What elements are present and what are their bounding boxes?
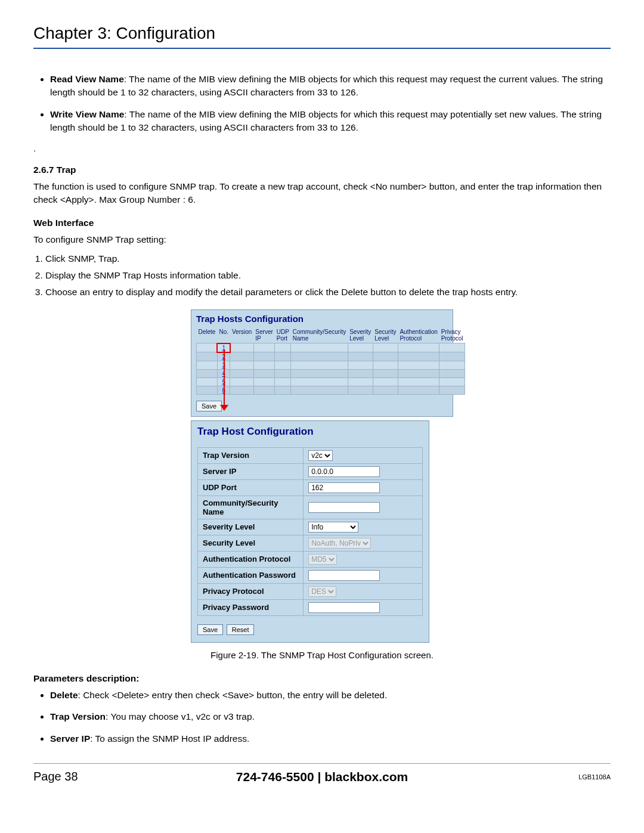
param-trap-version-text: : You may choose v1, v2c or v3 trap. [106, 711, 255, 721]
bullet-write-view: Write View Name: The name of the MIB vie… [50, 108, 611, 135]
label-udp-port: UDP Port [198, 479, 304, 496]
table-row: 1 [197, 343, 465, 352]
label-read-view: Read View Name [50, 74, 124, 84]
select-security: NoAuth, NoPriv [308, 538, 371, 549]
title-rule [33, 48, 611, 49]
th-auth: Authentication Protocol [398, 327, 439, 343]
param-delete-text: : Check <Delete> entry then check <Save>… [78, 690, 388, 700]
step-2: Display the SNMP Trap Hosts information … [45, 270, 611, 281]
trap-host-panel: Trap Host Configuration Trap Version v2c… [191, 420, 429, 643]
param-trap-version-label: Trap Version [50, 711, 106, 721]
th-community: Community/Security Name [291, 327, 348, 343]
reset-button[interactable]: Reset [227, 624, 255, 635]
th-privacy: Privacy Protocol [439, 327, 465, 343]
bullet-read-view: Read View Name: The name of the MIB view… [50, 73, 611, 100]
input-auth-pass[interactable] [308, 570, 380, 581]
label-community: Community/Security Name [198, 496, 304, 519]
section-trap-head: 2.6.7 Trap [33, 165, 611, 175]
table-row: 2 [197, 352, 465, 361]
param-server-ip-text: : To assign the SNMP Host IP address. [90, 733, 249, 744]
label-severity: Severity Level [198, 519, 304, 535]
stray-dot: . [33, 143, 611, 154]
save-button[interactable]: Save [197, 624, 223, 635]
th-security: Security Level [373, 327, 398, 343]
table-row: 3 [197, 361, 465, 369]
section-web-head: Web Interface [33, 218, 611, 228]
label-auth-pass: Authentication Password [198, 567, 304, 583]
save-button-top[interactable]: Save [196, 401, 222, 411]
page-footer: Page 38 724-746-5500 | blackbox.com LGB1… [33, 763, 611, 784]
table-row: 5 [197, 377, 465, 386]
label-trap-version: Trap Version [198, 447, 304, 463]
section-trap-desc: The function is used to configure SNMP t… [33, 180, 611, 207]
input-server-ip[interactable] [308, 466, 380, 477]
label-priv-pass: Privacy Password [198, 599, 304, 615]
footer-contact: 724-746-5500 | blackbox.com [33, 770, 611, 784]
input-community[interactable] [308, 502, 380, 513]
text-write-view: : The name of the MIB view defining the … [50, 109, 602, 132]
trap-host-form: Trap Version v2c Server IP UDP Port Comm… [197, 447, 423, 616]
label-security: Security Level [198, 535, 304, 551]
step-1: Click SNMP, Trap. [45, 253, 611, 264]
label-write-view: Write View Name [50, 109, 124, 119]
th-delete: Delete [197, 327, 218, 343]
trap-hosts-panel: Trap Hosts Configuration Delete No. Vers… [191, 309, 453, 417]
table-row: 4 [197, 369, 465, 377]
select-auth-proto: MD5 [308, 554, 337, 565]
step-3: Choose an entry to display and modify th… [45, 287, 611, 298]
select-severity[interactable]: Info [308, 522, 358, 532]
param-delete-label: Delete [50, 690, 78, 700]
trap-hosts-title: Trap Hosts Configuration [191, 310, 453, 327]
param-trap-version: Trap Version: You may choose v1, v2c or … [50, 710, 611, 723]
param-server-ip-label: Server IP [50, 733, 90, 744]
input-udp-port[interactable] [308, 482, 380, 493]
footer-model: LGB1108A [578, 773, 611, 781]
th-server-ip: Server IP [253, 327, 274, 343]
text-read-view: : The name of the MIB view defining the … [50, 74, 603, 97]
label-server-ip: Server IP [198, 463, 304, 479]
th-no: No. [217, 327, 230, 343]
label-auth-proto: Authentication Protocol [198, 551, 304, 567]
table-row: 6 [197, 386, 465, 394]
label-priv-proto: Privacy Protocol [198, 583, 304, 599]
select-trap-version[interactable]: v2c [308, 450, 333, 461]
trap-host-title: Trap Host Configuration [191, 421, 429, 447]
chapter-title: Chapter 3: Configuration [33, 24, 611, 43]
th-udp-port: UDP Port [275, 327, 291, 343]
trap-hosts-table: Delete No. Version Server IP UDP Port Co… [196, 327, 465, 395]
no-link-1[interactable]: 1 [217, 343, 230, 352]
figure-caption: Figure 2-19. The SNMP Trap Host Configur… [191, 650, 453, 660]
th-severity: Severity Level [348, 327, 373, 343]
section-web-desc: To configure SNMP Trap setting: [33, 233, 611, 246]
input-priv-pass[interactable] [308, 602, 380, 613]
param-delete: Delete: Check <Delete> entry then check … [50, 689, 611, 702]
params-head: Parameters description: [33, 673, 611, 684]
param-server-ip: Server IP: To assign the SNMP Host IP ad… [50, 732, 611, 745]
th-version: Version [230, 327, 253, 343]
select-priv-proto: DES [308, 586, 336, 597]
